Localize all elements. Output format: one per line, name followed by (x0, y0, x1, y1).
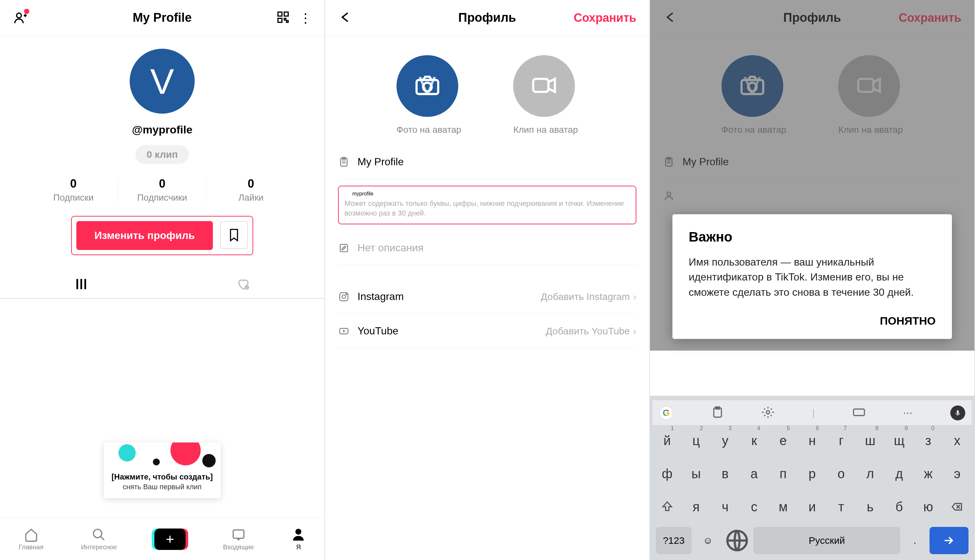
avatar[interactable]: V (130, 49, 195, 113)
key-language[interactable]: Русский (753, 527, 900, 554)
profile-body: V @myprofile 0 клип 0 Подписки 0 Подписч… (0, 36, 324, 299)
youtube-row[interactable]: YouTube Добавить YouTube › (338, 314, 636, 348)
key-о[interactable]: о (828, 459, 855, 488)
instagram-row[interactable]: Instagram Добавить Instagram › (338, 280, 636, 314)
key-э[interactable]: э (944, 459, 971, 488)
nav-inbox[interactable]: Входящие (223, 527, 254, 551)
tab-grid[interactable] (0, 270, 162, 298)
panel-edit-profile: Профиль Сохранить V Фото на аватар Клип … (325, 0, 650, 560)
key-ц[interactable]: ц2 (682, 426, 709, 455)
profile-actions: Изменить профиль (71, 216, 254, 255)
username-value: myprofile (352, 191, 373, 197)
username-warning-dialog: Важно Имя пользователя — ваш уникальный … (672, 214, 952, 339)
key-п[interactable]: п (769, 459, 796, 488)
key-globe[interactable] (724, 527, 750, 554)
key-ю[interactable]: ю (915, 492, 942, 522)
svg-rect-3 (278, 18, 282, 22)
key-е[interactable]: е5 (769, 426, 796, 455)
key-т[interactable]: т (828, 492, 855, 522)
bookmark-button[interactable] (220, 221, 248, 249)
youtube-action: Добавить YouTube (546, 326, 630, 337)
key-symbols[interactable]: ?123 (656, 527, 692, 554)
key-г[interactable]: г7 (828, 426, 855, 455)
gif-icon[interactable] (853, 406, 865, 420)
key-enter[interactable] (930, 527, 968, 554)
key-з[interactable]: з0 (915, 426, 942, 455)
qr-icon[interactable] (276, 10, 290, 25)
profile-header: My Profile ⋮ (0, 0, 324, 36)
key-й[interactable]: й1 (654, 426, 681, 455)
home-icon (19, 527, 43, 542)
edit-profile-button[interactable]: Изменить профиль (76, 221, 213, 250)
key-н[interactable]: н6 (799, 426, 826, 455)
key-щ[interactable]: щ9 (886, 426, 913, 455)
key-м[interactable]: м (769, 492, 796, 522)
svg-rect-31 (957, 410, 959, 413)
username-row[interactable]: myprofile Может содержать только буквы, … (338, 186, 636, 224)
avatar-letter: V (419, 71, 436, 101)
back-icon[interactable] (338, 11, 351, 25)
clipboard-icon[interactable] (711, 406, 724, 420)
nav-home[interactable]: Главная (19, 527, 43, 551)
search-icon (81, 527, 117, 542)
stat-likes[interactable]: 0 Лайки (207, 177, 295, 203)
stat-following[interactable]: 0 Подписки (29, 177, 118, 203)
svg-rect-2 (284, 12, 288, 16)
key-я[interactable]: я (682, 492, 709, 522)
avatar-clip-caption: Клип на аватар (513, 125, 578, 135)
key-л[interactable]: л (857, 459, 884, 488)
svg-rect-30 (853, 409, 864, 415)
key-ф[interactable]: ф (654, 459, 681, 488)
nav-me[interactable]: Я (291, 527, 306, 551)
name-row[interactable]: My Profile (338, 145, 636, 179)
inbox-icon (223, 527, 254, 542)
key-а[interactable]: а (741, 459, 768, 488)
more-suggestions-icon[interactable]: ⋯ (903, 407, 913, 418)
keyboard[interactable]: G | ⋯ й1ц2у3к4е5н6г7ш8щ9з0х фывапролджэ … (650, 396, 974, 560)
stat-followers[interactable]: 0 Подписчики (118, 177, 207, 203)
bio-row[interactable]: Нет описания (338, 231, 636, 265)
nav-create[interactable]: + (154, 528, 186, 550)
key-х[interactable]: х (944, 426, 971, 455)
mic-icon[interactable] (950, 405, 965, 420)
more-menu-icon[interactable]: ⋮ (299, 12, 311, 24)
key-ш[interactable]: ш8 (857, 426, 884, 455)
key-д[interactable]: д (886, 459, 913, 488)
instagram-action: Добавить Instagram (541, 291, 630, 302)
key-у[interactable]: у3 (712, 426, 739, 455)
gear-icon[interactable] (761, 406, 774, 420)
key-р[interactable]: р (799, 459, 826, 488)
create-prompt-tooltip[interactable]: [Нажмите, чтобы создать] снять Ваш первы… (104, 442, 221, 498)
person-icon (291, 527, 306, 542)
prompt-line1: [Нажмите, чтобы создать] (109, 472, 216, 482)
avatar-photo-choice[interactable]: V Фото на аватар (396, 55, 462, 135)
youtube-label: YouTube (358, 325, 538, 337)
key-emoji[interactable]: ☺ (695, 527, 721, 554)
dialog-ok-button[interactable]: ПОНЯТНО (689, 315, 936, 327)
key-б[interactable]: б (886, 492, 913, 522)
key-shift[interactable] (654, 492, 681, 522)
svg-rect-12 (533, 79, 549, 92)
add-friend-icon[interactable] (13, 11, 27, 25)
google-icon[interactable]: G (659, 406, 673, 420)
key-с[interactable]: с (741, 492, 768, 522)
dialog-body: Имя пользователя — ваш уникальный иденти… (689, 255, 936, 300)
key-dot[interactable]: . (903, 527, 926, 554)
nav-discover[interactable]: Интересное (81, 527, 117, 551)
clip-count-pill[interactable]: 0 клип (135, 145, 189, 164)
save-button[interactable]: Сохранить (574, 11, 636, 25)
key-ь[interactable]: ь (857, 492, 884, 522)
avatar-clip-choice[interactable]: Клип на аватар (513, 55, 578, 135)
key-ы[interactable]: ы (682, 459, 709, 488)
key-backspace[interactable] (944, 492, 971, 522)
suggestion-bar: G | ⋯ (652, 400, 972, 426)
key-ч[interactable]: ч (712, 492, 739, 522)
chevron-right-icon: › (633, 291, 636, 302)
dialog-title: Важно (689, 229, 936, 245)
svg-rect-4 (284, 18, 286, 20)
key-и[interactable]: и (799, 492, 826, 522)
key-ж[interactable]: ж (915, 459, 942, 488)
tab-liked[interactable] (162, 270, 324, 298)
key-к[interactable]: к4 (741, 426, 768, 455)
key-в[interactable]: в (712, 459, 739, 488)
